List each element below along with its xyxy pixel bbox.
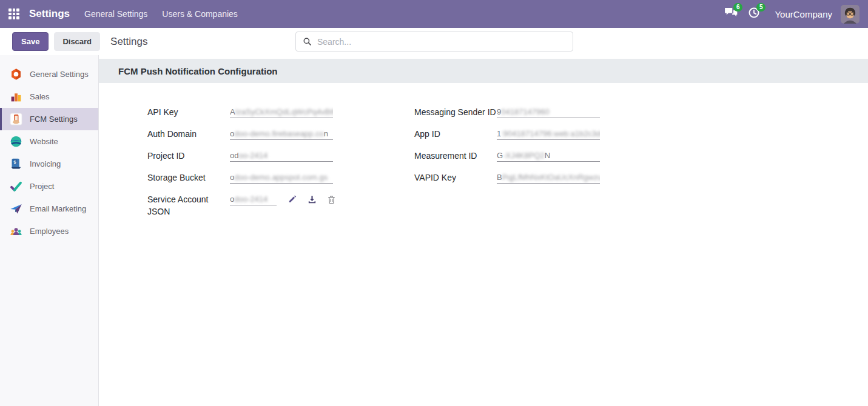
apps-menu-icon[interactable] xyxy=(8,8,19,19)
people-icon xyxy=(9,224,23,238)
storage-bucket-input[interactable]: odoo-demo.appspot.com.gs xyxy=(230,171,333,184)
field-value-blurred: oo-2414 xyxy=(238,151,267,160)
sidebar-item-employees[interactable]: Employees xyxy=(0,220,98,242)
top-navbar: Settings General Settings Users & Compan… xyxy=(0,0,868,28)
field-value-suffix: N xyxy=(545,151,550,160)
delete-trash-icon[interactable] xyxy=(326,195,337,205)
edit-pencil-icon[interactable] xyxy=(288,195,298,205)
check-icon xyxy=(9,179,23,193)
field-project-id: Project ID odoo-2414 xyxy=(147,150,414,162)
field-measurement-id: Measurement ID G-XJ4K8PQ2N xyxy=(414,150,693,162)
field-label: Storage Bucket xyxy=(147,171,230,184)
bar-chart-icon xyxy=(9,90,23,104)
sidebar-item-fcm-settings[interactable]: FCM Settings xyxy=(0,108,98,130)
field-app-id: App ID 1:90418714796:web:a1b2c3d450 xyxy=(414,128,693,141)
paper-plane-icon xyxy=(9,202,23,216)
sidebar-item-label: General Settings xyxy=(30,70,89,79)
api-key-input[interactable]: AIzaSyCkXmQdLqWcPq4vBtRF xyxy=(230,106,333,118)
field-value-blurred: doo-demo.appspot.com.gs xyxy=(234,173,328,182)
field-label: Project ID xyxy=(147,150,230,162)
search-input[interactable] xyxy=(317,37,566,47)
sidebar-item-email-marketing[interactable]: Email Marketing xyxy=(0,198,98,220)
company-name[interactable]: YourCompany xyxy=(775,9,832,19)
sidebar-item-project[interactable]: Project xyxy=(0,175,98,198)
sidebar-item-label: Employees xyxy=(30,227,69,236)
save-button[interactable]: Save xyxy=(12,32,49,51)
invoice-icon: $ xyxy=(9,157,23,171)
field-value-prefix: od xyxy=(230,151,238,160)
field-label: App ID xyxy=(414,128,497,140)
sidebar-item-website[interactable]: Website xyxy=(0,130,98,153)
app-title[interactable]: Settings xyxy=(29,8,70,20)
messaging-sender-id-input[interactable]: 904187147960 xyxy=(497,106,600,118)
field-value-blurred: :90418714796:web:a1b2c3d45 xyxy=(501,129,600,138)
field-value-prefix: o xyxy=(230,195,234,204)
field-label: API Key xyxy=(147,106,230,118)
field-label: Messaging Sender ID xyxy=(414,106,497,118)
field-api-key: API Key AIzaSyCkXmQdLqWcPq4vBtRF xyxy=(147,106,414,119)
field-value-blurred: PqjLfMhNxKtOaUcXnRgwzu xyxy=(502,173,600,182)
section-header: FCM Push Notification Configuration xyxy=(99,59,868,83)
menu-users-companies[interactable]: Users & Companies xyxy=(162,9,238,19)
search-bar[interactable] xyxy=(295,32,573,52)
sidebar-item-label: Sales xyxy=(30,92,50,101)
field-service-account-json: Service Account JSON odoo-2414 xyxy=(147,193,414,218)
field-value-prefix: A xyxy=(230,107,235,116)
sidebar-item-label: Project xyxy=(30,182,54,191)
field-value-blurred: 04187147960 xyxy=(501,107,550,116)
sidebar-item-invoicing[interactable]: $ Invoicing xyxy=(0,153,98,175)
field-storage-bucket: Storage Bucket odoo-demo.appspot.com.gs xyxy=(147,171,414,184)
field-value-prefix: B xyxy=(497,173,502,182)
download-icon[interactable] xyxy=(307,195,317,205)
field-label: VAPID Key xyxy=(414,171,497,184)
user-avatar[interactable] xyxy=(841,5,860,24)
field-vapid-key: VAPID Key BPqjLfMhNxKtOaUcXnRgwzuT xyxy=(414,171,693,184)
settings-content: FCM Push Notification Configuration API … xyxy=(99,55,868,406)
sidebar-item-label: Invoicing xyxy=(30,159,61,168)
service-account-actions xyxy=(288,193,337,205)
menu-general-settings[interactable]: General Settings xyxy=(84,9,147,19)
field-auth-domain: Auth Domain odoo-demo.firebaseapp.con xyxy=(147,128,414,141)
field-value-prefix: o xyxy=(230,129,234,138)
activities-badge: 5 xyxy=(756,3,766,12)
fcm-settings-form: API Key AIzaSyCkXmQdLqWcPq4vBtRF Auth Do… xyxy=(99,83,868,227)
field-value-prefix: 9 xyxy=(497,107,501,116)
field-label: Auth Domain xyxy=(147,128,230,140)
search-icon xyxy=(303,37,312,46)
app-id-input[interactable]: 1:90418714796:web:a1b2c3d450 xyxy=(497,128,600,140)
control-panel: Save Discard Settings xyxy=(0,28,868,55)
field-value-prefix: 1 xyxy=(497,129,501,138)
field-value-prefix: o xyxy=(230,173,234,182)
gear-icon xyxy=(9,67,23,81)
svg-text:$: $ xyxy=(13,159,16,165)
measurement-id-input[interactable]: G-XJ4K8PQ2N xyxy=(497,150,600,162)
project-id-input[interactable]: odoo-2414 xyxy=(230,150,333,162)
phone-icon xyxy=(9,112,23,126)
sidebar-item-label: Email Marketing xyxy=(30,204,86,213)
field-value-prefix: G xyxy=(497,151,503,160)
field-value-blurred: IzaSyCkXmQdLqWcPq4vBtR xyxy=(235,107,333,116)
section-title: FCM Push Notification Configuration xyxy=(118,66,277,76)
sidebar-item-general-settings[interactable]: General Settings xyxy=(0,63,98,85)
field-value-blurred: doo-2414 xyxy=(234,195,267,204)
sidebar-item-sales[interactable]: Sales xyxy=(0,85,98,108)
globe-icon xyxy=(9,135,23,148)
discard-button[interactable]: Discard xyxy=(54,32,100,51)
vapid-key-input[interactable]: BPqjLfMhNxKtOaUcXnRgwzuT xyxy=(497,171,600,184)
field-value-suffix: n xyxy=(324,129,328,138)
sidebar-item-label: Website xyxy=(30,137,58,146)
settings-sidebar: General Settings Sales FC xyxy=(0,55,99,406)
activities-button[interactable]: 5 xyxy=(745,6,762,22)
service-account-json-input[interactable]: odoo-2414 xyxy=(230,193,277,205)
sidebar-item-label: FCM Settings xyxy=(30,115,78,124)
messages-button[interactable]: 6 xyxy=(722,6,739,22)
auth-domain-input[interactable]: odoo-demo.firebaseapp.con xyxy=(230,128,333,140)
field-label: Service Account JSON xyxy=(147,193,230,218)
field-value-blurred: doo-demo.firebaseapp.co xyxy=(234,129,323,138)
field-value-blurred: -XJ4K8PQ2 xyxy=(503,151,545,160)
field-messaging-sender-id: Messaging Sender ID 904187147960 xyxy=(414,106,693,119)
field-label: Measurement ID xyxy=(414,150,497,162)
breadcrumb: Settings xyxy=(110,36,147,48)
messages-badge: 6 xyxy=(733,3,743,12)
